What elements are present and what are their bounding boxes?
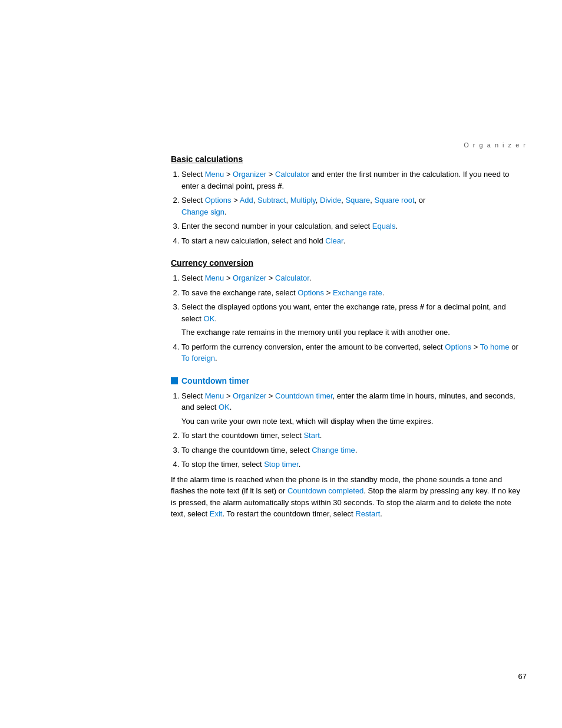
multiply-link: Multiply <box>290 196 316 205</box>
options-link: Options <box>205 196 232 205</box>
content-area: O r g a n i z e r Basic calculations Sel… <box>171 0 527 520</box>
organizer-label: O r g a n i z e r <box>171 141 527 149</box>
subtract-link: Subtract <box>257 196 286 205</box>
countdown-timer-title: Countdown timer <box>171 376 527 386</box>
basic-calculations-section: Basic calculations Select Menu > Organiz… <box>171 154 527 246</box>
basic-calculations-list: Select Menu > Organizer > Calculator and… <box>181 169 527 246</box>
options-link2: Options <box>297 288 324 297</box>
countdown-footer: If the alarm time is reached when the ph… <box>171 474 527 520</box>
equals-link: Equals <box>372 222 396 230</box>
list-item: To save the exchange rate, select Option… <box>181 287 527 299</box>
basic-calculations-title: Basic calculations <box>171 154 527 164</box>
countdown-timer-section: Countdown timer Select Menu > Organizer … <box>171 376 527 520</box>
list-item: Select Options > Add, Subtract, Multiply… <box>181 195 527 218</box>
hash-key2: # <box>420 302 424 311</box>
list-item: Select Menu > Organizer > Calculator and… <box>181 169 527 192</box>
hash-key: # <box>277 182 282 190</box>
ok-link2: OK <box>219 403 230 411</box>
menu-link: Menu <box>205 274 224 282</box>
list-item: Select the displayed options you want, e… <box>181 301 527 338</box>
page-number: 67 <box>518 672 527 681</box>
start-link: Start <box>303 431 319 440</box>
currency-conversion-section: Currency conversion Select Menu > Organi… <box>171 258 527 364</box>
clear-link: Clear <box>325 236 343 245</box>
countdown-timer-list: Select Menu > Organizer > Countdown time… <box>181 390 527 470</box>
menu-link3: Menu <box>205 391 224 400</box>
options-link3: Options <box>445 342 471 351</box>
add-link: Add <box>240 196 253 205</box>
blue-square-icon <box>171 377 178 384</box>
square-link: Square <box>345 196 370 205</box>
list-item: Select Menu > Organizer > Countdown time… <box>181 390 527 427</box>
countdown-note: You can write your own note text, which … <box>181 416 527 427</box>
exchangerate-link: Exchange rate <box>333 288 382 297</box>
list-item: To start a new calculation, select and h… <box>181 235 527 247</box>
currency-conversion-title: Currency conversion <box>171 258 527 268</box>
stoptimer-link: Stop timer <box>264 460 299 469</box>
currency-conversion-list: Select Menu > Organizer > Calculator. To… <box>181 272 527 364</box>
organizer-link: Organizer <box>233 274 266 282</box>
countdowncompleted-link: Countdown completed <box>287 486 363 495</box>
changesign-link: Change sign <box>181 207 224 216</box>
page: O r g a n i z e r Basic calculations Sel… <box>0 0 562 728</box>
ok-link: OK <box>204 314 215 323</box>
list-item: Enter the second number in your calculat… <box>181 220 527 232</box>
menu-link: Menu <box>205 170 224 179</box>
list-item: To start the countdown timer, select Sta… <box>181 430 527 442</box>
toforeign-link: To foreign <box>181 354 215 363</box>
restart-link: Restart <box>355 509 380 518</box>
list-item: Select Menu > Organizer > Calculator. <box>181 272 527 284</box>
squareroot-link: Square root <box>375 196 415 205</box>
list-item: To perform the currency conversion, ente… <box>181 341 527 364</box>
organizer-link: Organizer <box>233 170 266 179</box>
tohome-link: To home <box>480 342 510 351</box>
countdowntimer-link: Countdown timer <box>275 391 333 400</box>
organizer-link3: Organizer <box>233 391 266 400</box>
divide-link: Divide <box>320 196 341 205</box>
exit-link: Exit <box>210 509 223 518</box>
countdown-timer-title-text: Countdown timer <box>181 376 249 386</box>
list-item: To stop the timer, select Stop timer. <box>181 459 527 470</box>
changetime-link: Change time <box>312 446 355 454</box>
calculator-link: Calculator <box>275 170 310 179</box>
exchange-note: The exchange rate remains in the memory … <box>181 327 527 338</box>
list-item: To change the countdown time, select Cha… <box>181 444 527 456</box>
calculator-link2: Calculator <box>275 274 309 282</box>
